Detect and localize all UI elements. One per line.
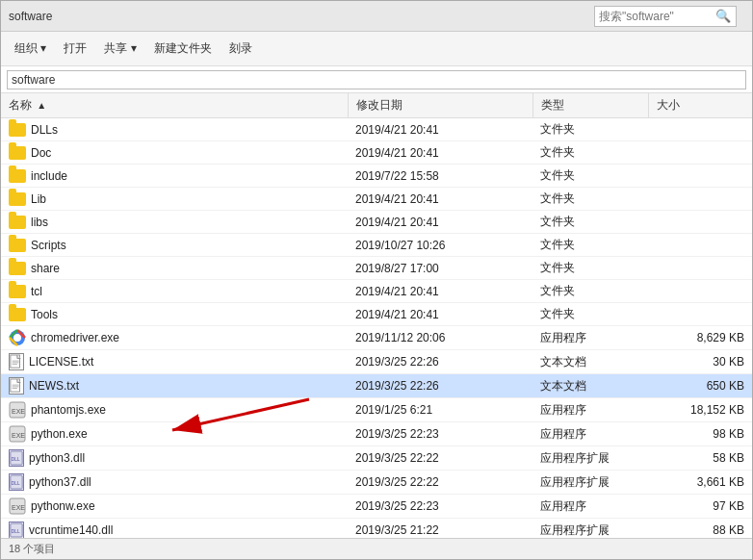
- table-row[interactable]: include2019/7/22 15:58文件夹: [1, 165, 752, 188]
- table-row[interactable]: Doc2019/4/21 20:41文件夹: [1, 141, 752, 165]
- table-row[interactable]: EXE phantomjs.exe2019/1/25 6:21应用程序18,15…: [1, 398, 752, 422]
- titlebar-left: software: [9, 10, 52, 23]
- file-type-cell: 应用程序扩展: [532, 471, 648, 495]
- file-size-cell: [648, 141, 752, 165]
- txt-icon: [9, 377, 24, 395]
- file-name-text: DLLs: [31, 123, 58, 137]
- file-name-text: include: [31, 169, 67, 183]
- file-name-text: Lib: [31, 192, 46, 206]
- share-button[interactable]: 共享 ▾: [96, 36, 143, 63]
- file-type-cell: 应用程序扩展: [532, 519, 648, 539]
- table-row[interactable]: DLL vcruntime140.dll2019/3/25 21:22应用程序扩…: [1, 519, 752, 539]
- svg-text:EXE: EXE: [12, 504, 25, 511]
- column-name[interactable]: 名称 ▲: [1, 93, 348, 118]
- file-date-cell: 2019/1/25 6:21: [348, 398, 532, 422]
- table-row[interactable]: EXE python.exe2019/3/25 22:23应用程序98 KB: [1, 422, 752, 446]
- file-type-cell: 文件夹: [532, 234, 648, 257]
- table-row[interactable]: Lib2019/4/21 20:41文件夹: [1, 188, 752, 211]
- table-row[interactable]: EXE pythonw.exe2019/3/25 22:23应用程序97 KB: [1, 495, 752, 519]
- file-date-cell: 2019/7/22 15:58: [348, 165, 532, 188]
- svg-text:EXE: EXE: [12, 432, 25, 439]
- breadcrumb-bar: [1, 66, 752, 93]
- file-date-cell: 2019/4/21 20:41: [348, 118, 532, 141]
- file-date-cell: 2019/4/21 20:41: [348, 188, 532, 211]
- file-name-cell: Scripts: [1, 234, 348, 257]
- sort-arrow-name: ▲: [37, 100, 46, 111]
- folder-icon: [9, 285, 26, 298]
- breadcrumb-input[interactable]: [7, 70, 746, 89]
- organize-button[interactable]: 组织 ▾: [7, 36, 54, 63]
- file-size-cell: 650 KB: [648, 374, 752, 398]
- new-folder-button[interactable]: 新建文件夹: [146, 36, 220, 63]
- open-button[interactable]: 打开: [56, 36, 94, 63]
- file-name-text: tcl: [31, 285, 42, 298]
- search-icon[interactable]: 🔍: [714, 8, 732, 25]
- table-row[interactable]: NEWS.txt2019/3/25 22:26文本文档650 KB: [1, 374, 752, 398]
- file-name-text: pythonw.exe: [31, 499, 95, 513]
- table-row[interactable]: Scripts2019/10/27 10:26文件夹: [1, 234, 752, 257]
- txt-icon: [9, 353, 24, 370]
- column-date[interactable]: 修改日期: [348, 93, 532, 118]
- file-date-cell: 2019/4/21 20:41: [348, 303, 532, 326]
- file-date-cell: 2019/4/21 20:41: [348, 211, 532, 234]
- folder-icon: [9, 262, 26, 275]
- table-row[interactable]: Tools2019/4/21 20:41文件夹: [1, 303, 752, 326]
- exe-icon: EXE: [9, 401, 26, 419]
- column-size[interactable]: 大小: [648, 93, 752, 118]
- file-type-cell: 文件夹: [532, 303, 648, 326]
- column-type[interactable]: 类型: [532, 93, 648, 118]
- file-name-text: Doc: [31, 146, 51, 160]
- svg-text:DLL: DLL: [12, 529, 20, 534]
- titlebar-search: 🔍: [594, 6, 737, 27]
- file-size-cell: 58 KB: [648, 446, 752, 471]
- file-table: 名称 ▲ 修改日期 类型 大小 DLLs2019/4/21 20:41文件夹Do…: [1, 93, 752, 538]
- file-name-cell: DLL python3.dll: [1, 446, 348, 471]
- file-name-cell: Lib: [1, 188, 348, 211]
- file-name-cell: share: [1, 257, 348, 280]
- file-size-cell: 3,661 KB: [648, 471, 752, 495]
- table-row[interactable]: DLL python37.dll2019/3/25 22:22应用程序扩展3,6…: [1, 471, 752, 495]
- file-name-cell: tcl: [1, 280, 348, 303]
- file-list-container: 名称 ▲ 修改日期 类型 大小 DLLs2019/4/21 20:41文件夹Do…: [1, 93, 752, 538]
- file-date-cell: 2019/3/25 22:26: [348, 374, 532, 398]
- file-name-text: LICENSE.txt: [29, 355, 93, 369]
- file-name-cell: DLL vcruntime140.dll: [1, 519, 348, 539]
- table-row[interactable]: DLL python3.dll2019/3/25 22:22应用程序扩展58 K…: [1, 446, 752, 471]
- file-size-cell: 30 KB: [648, 350, 752, 374]
- file-date-cell: 2019/11/12 20:06: [348, 326, 532, 350]
- file-name-cell: EXE phantomjs.exe: [1, 398, 348, 422]
- file-size-cell: [648, 188, 752, 211]
- status-text: 18 个项目: [9, 542, 55, 556]
- file-type-cell: 应用程序: [532, 326, 648, 350]
- table-row[interactable]: DLLs2019/4/21 20:41文件夹: [1, 118, 752, 141]
- file-type-cell: 应用程序: [532, 422, 648, 446]
- file-size-cell: 18,152 KB: [648, 398, 752, 422]
- table-row[interactable]: share2019/8/27 17:00文件夹: [1, 257, 752, 280]
- burn-button[interactable]: 刻录: [221, 36, 260, 63]
- svg-text:EXE: EXE: [12, 408, 25, 415]
- file-date-cell: 2019/3/25 22:22: [348, 471, 532, 495]
- file-name-cell: LICENSE.txt: [1, 350, 348, 374]
- table-row[interactable]: LICENSE.txt2019/3/25 22:26文本文档30 KB: [1, 350, 752, 374]
- search-input[interactable]: [599, 10, 714, 23]
- file-size-cell: [648, 234, 752, 257]
- file-type-cell: 文件夹: [532, 141, 648, 165]
- svg-text:DLL: DLL: [12, 481, 20, 486]
- titlebar: software 🔍: [1, 1, 752, 32]
- table-row[interactable]: libs2019/4/21 20:41文件夹: [1, 211, 752, 234]
- file-name-text: libs: [31, 216, 48, 229]
- file-name-cell: DLL python37.dll: [1, 471, 348, 495]
- search-box: 🔍: [594, 6, 737, 27]
- folder-icon: [9, 216, 26, 229]
- dll-icon: DLL: [9, 522, 24, 538]
- table-row[interactable]: tcl2019/4/21 20:41文件夹: [1, 280, 752, 303]
- file-name-text: NEWS.txt: [29, 379, 79, 393]
- file-size-cell: [648, 257, 752, 280]
- table-row[interactable]: chromedriver.exe2019/11/12 20:06应用程序8,62…: [1, 326, 752, 350]
- file-date-cell: 2019/4/21 20:41: [348, 280, 532, 303]
- table-header-row: 名称 ▲ 修改日期 类型 大小: [1, 93, 752, 118]
- file-type-cell: 文本文档: [532, 350, 648, 374]
- status-bar: 18 个项目: [1, 538, 752, 559]
- exe-icon: EXE: [9, 425, 26, 443]
- file-type-cell: 文件夹: [532, 211, 648, 234]
